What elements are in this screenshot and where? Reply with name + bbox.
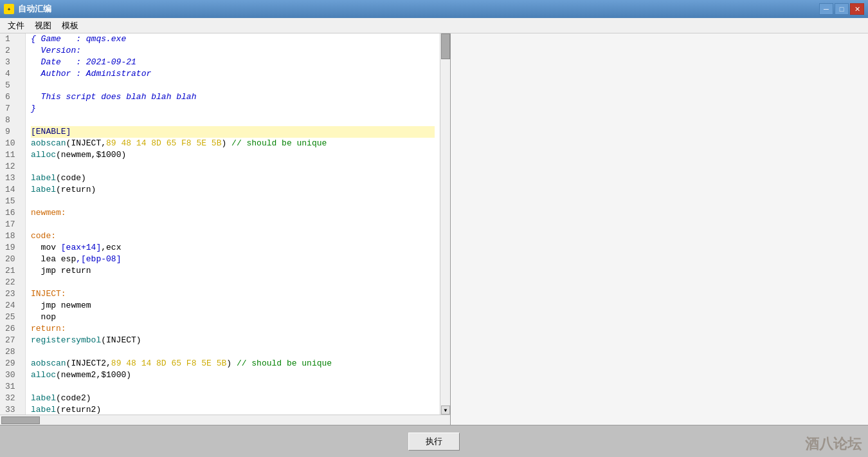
- line-number: 23: [5, 288, 20, 300]
- vertical-scrollbar[interactable]: ▲ ▼: [440, 33, 450, 415]
- code-line: [31, 161, 435, 173]
- main-content: 1234567891011121314151617181920212223242…: [0, 33, 868, 425]
- line-numbers: 1234567891011121314151617181920212223242…: [0, 33, 26, 415]
- code-token: 89 48 14 8D 65 F8 5E 5B: [106, 138, 221, 149]
- code-token: ,[ebp-08]: [76, 254, 121, 265]
- line-number: 27: [5, 335, 20, 346]
- line-number: 22: [5, 277, 20, 288]
- scroll-down-arrow[interactable]: ▼: [441, 406, 450, 415]
- code-token: mov: [31, 242, 61, 254]
- code-token: alloc: [31, 369, 56, 381]
- code-line: alloc(newmem2,$1000): [31, 369, 435, 381]
- code-token: (INJECT2,: [66, 358, 111, 369]
- minimize-button[interactable]: ─: [819, 3, 833, 15]
- app-icon: ✦: [4, 4, 14, 14]
- title-bar-left: ✦ 自动汇编: [4, 3, 51, 15]
- code-token: nop: [31, 312, 56, 323]
- line-number: 3: [5, 57, 20, 68]
- line-number: 14: [5, 184, 20, 196]
- h-scroll-thumb[interactable]: [1, 416, 40, 424]
- code-line: mov [eax+14],ecx: [31, 242, 435, 254]
- code-token: label: [31, 404, 56, 415]
- code-line: [31, 80, 435, 91]
- code-line: lea esp,[ebp-08]: [31, 254, 435, 265]
- code-line: [31, 346, 435, 358]
- code-line: Version:: [31, 45, 435, 57]
- code-token: ): [226, 358, 237, 369]
- code-line: [31, 196, 435, 207]
- code-token: Date : 2021-09-21: [31, 57, 136, 68]
- code-line: code:: [31, 230, 435, 242]
- code-line: nop: [31, 312, 435, 323]
- code-line: registersymbol(INJECT): [31, 335, 435, 346]
- line-number: 29: [5, 358, 20, 369]
- line-number: 24: [5, 300, 20, 312]
- line-number: 4: [5, 68, 20, 80]
- execute-button[interactable]: 执行: [408, 433, 460, 451]
- line-number: 9: [5, 126, 20, 138]
- watermark: 酒八论坛: [805, 434, 862, 454]
- code-line: aobscan(INJECT2,89 48 14 8D 65 F8 5E 5B)…: [31, 358, 435, 369]
- code-token: label: [31, 393, 56, 404]
- code-token: Version:: [31, 45, 81, 57]
- line-number: 16: [5, 207, 20, 219]
- horizontal-scrollbar[interactable]: [0, 415, 450, 425]
- menu-item-file[interactable]: 文件: [3, 19, 30, 33]
- code-token: alloc: [31, 149, 56, 161]
- editor-area: 1234567891011121314151617181920212223242…: [0, 33, 450, 425]
- right-panel: [450, 33, 868, 425]
- line-number: 11: [5, 149, 20, 161]
- menu-item-template[interactable]: 模板: [57, 19, 84, 33]
- code-token: aobscan: [31, 138, 66, 149]
- window-controls: ─ □ ✕: [819, 3, 864, 15]
- code-token: esp: [61, 254, 76, 265]
- code-token: lea: [31, 254, 61, 265]
- line-number: 20: [5, 254, 20, 265]
- line-number: 8: [5, 115, 20, 126]
- line-number: 28: [5, 346, 20, 358]
- code-token: // should be unique: [237, 358, 332, 369]
- line-number: 21: [5, 265, 20, 277]
- code-token: (newmem2,$1000): [56, 369, 131, 381]
- line-number: 7: [5, 103, 20, 115]
- maximize-button[interactable]: □: [835, 3, 849, 15]
- line-number: 32: [5, 393, 20, 404]
- menu-item-view[interactable]: 视图: [30, 19, 57, 33]
- bottom-bar: 执行 酒八论坛: [0, 425, 868, 457]
- line-number: 2: [5, 45, 20, 57]
- code-token: 89 48 14 8D 65 F8 5E 5B: [111, 358, 226, 369]
- code-line: label(return2): [31, 404, 435, 415]
- code-token: (return): [56, 184, 96, 196]
- code-token: { Game : qmqs.exe: [31, 33, 126, 45]
- code-token: newmem:: [31, 207, 66, 219]
- code-token: registersymbol: [31, 335, 101, 346]
- code-line: This script does blah blah blah: [31, 91, 435, 103]
- line-number: 19: [5, 242, 20, 254]
- code-token: label: [31, 184, 56, 196]
- code-line: jmp return: [31, 265, 435, 277]
- code-token: ): [221, 138, 231, 149]
- code-line: [31, 115, 435, 126]
- code-token: return:: [31, 323, 66, 335]
- line-number: 15: [5, 196, 20, 207]
- menu-bar: 文件 视图 模板: [0, 18, 868, 33]
- line-number: 13: [5, 173, 20, 184]
- code-line: newmem:: [31, 207, 435, 219]
- line-number: 5: [5, 80, 20, 91]
- code-line: return:: [31, 323, 435, 335]
- code-line: { Game : qmqs.exe: [31, 33, 435, 45]
- editor-inner: 1234567891011121314151617181920212223242…: [0, 33, 450, 415]
- code-token: label: [31, 173, 56, 184]
- code-token: [eax+14]: [61, 242, 101, 254]
- close-button[interactable]: ✕: [850, 3, 864, 15]
- title-bar: ✦ 自动汇编 ─ □ ✕: [0, 0, 868, 18]
- scroll-thumb[interactable]: [441, 33, 450, 59]
- line-number: 10: [5, 138, 20, 149]
- code-line: INJECT:: [31, 288, 435, 300]
- code-line: [31, 277, 435, 288]
- line-number: 17: [5, 219, 20, 230]
- code-content[interactable]: { Game : qmqs.exe Version: Date : 2021-0…: [26, 33, 440, 415]
- code-token: jmp return: [31, 265, 91, 277]
- code-line: Date : 2021-09-21: [31, 57, 435, 68]
- code-line: }: [31, 103, 435, 115]
